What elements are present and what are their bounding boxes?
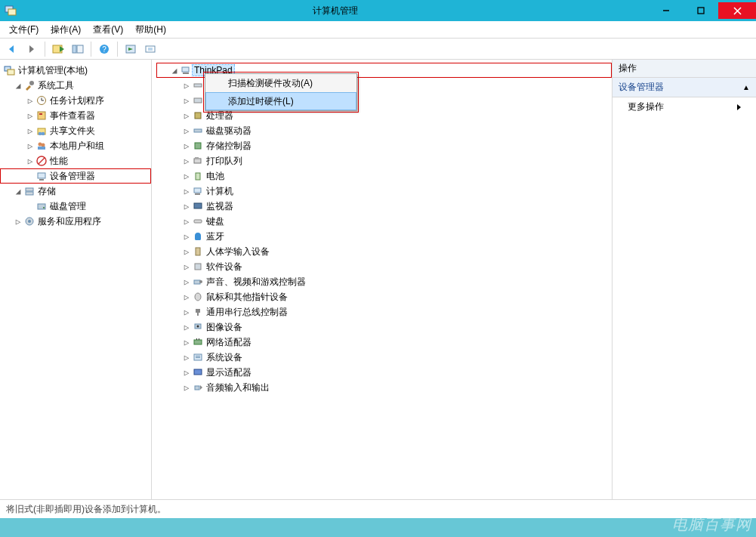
category-icon bbox=[191, 261, 205, 272]
tree-services-applications[interactable]: ▷ 服务和应用程序 bbox=[0, 214, 151, 229]
device-category-label: 电池 bbox=[205, 170, 226, 183]
expand-icon[interactable]: ▷ bbox=[182, 81, 191, 91]
device-category-node[interactable]: ▷人体学输入设备 bbox=[156, 244, 612, 259]
expand-icon[interactable]: ▷ bbox=[182, 353, 191, 363]
expand-icon[interactable]: ▷ bbox=[182, 156, 191, 166]
actions-section[interactable]: 设备管理器 ▲ bbox=[613, 78, 756, 97]
device-category-node[interactable]: ▷图像设备 bbox=[156, 319, 612, 335]
category-icon bbox=[191, 110, 205, 121]
device-category-node[interactable]: ▷鼠标和其他指针设备 bbox=[156, 289, 612, 304]
collapse-icon[interactable]: ◢ bbox=[14, 81, 23, 91]
expand-icon[interactable]: ▷ bbox=[182, 232, 191, 242]
device-category-node[interactable]: ▷网络适配器 bbox=[156, 335, 612, 350]
status-bar: 将旧式(非即插即用)设备添加到计算机。 bbox=[0, 499, 756, 518]
tree-label: 存储 bbox=[36, 185, 57, 198]
collapse-icon[interactable]: ◢ bbox=[14, 187, 23, 196]
device-category-node[interactable]: ▷声音、视频和游戏控制器 bbox=[156, 274, 612, 289]
expand-icon[interactable]: ▷ bbox=[182, 307, 191, 317]
tree-event-viewer[interactable]: ▷ 事件查看器 bbox=[0, 108, 151, 123]
forward-button[interactable] bbox=[23, 40, 41, 58]
tree-disk-management[interactable]: 磁盘管理 bbox=[0, 199, 151, 214]
expand-icon[interactable]: ▷ bbox=[182, 368, 191, 378]
collapse-icon[interactable]: ◢ bbox=[170, 66, 179, 76]
device-category-node[interactable]: ▷通用串行总线控制器 bbox=[156, 304, 612, 319]
device-category-node[interactable]: ▷监视器 bbox=[156, 199, 612, 214]
minimize-button[interactable] bbox=[649, 2, 683, 19]
expand-icon[interactable]: ▷ bbox=[14, 217, 23, 227]
expand-icon[interactable]: ▷ bbox=[26, 156, 35, 166]
expand-icon[interactable]: ▷ bbox=[182, 247, 191, 257]
svg-rect-63 bbox=[194, 340, 202, 344]
device-category-label: 存储控制器 bbox=[205, 140, 253, 153]
device-category-node[interactable]: ▷显示适配器 bbox=[156, 365, 612, 380]
category-icon bbox=[191, 216, 205, 227]
device-category-label: 监视器 bbox=[205, 200, 235, 213]
tree-root-computer-management[interactable]: 计算机管理(本地) bbox=[0, 63, 151, 78]
expand-icon[interactable]: ▷ bbox=[182, 171, 191, 181]
menu-file[interactable]: 文件(F) bbox=[5, 22, 46, 38]
tree-label: 服务和应用程序 bbox=[36, 215, 103, 228]
expand-icon[interactable]: ▷ bbox=[182, 292, 191, 302]
device-category-node[interactable]: ▷磁盘驱动器 bbox=[156, 123, 612, 138]
show-hide-tree-button[interactable] bbox=[49, 40, 67, 58]
device-category-node[interactable]: ▷蓝牙 bbox=[156, 229, 612, 244]
tree-local-users-groups[interactable]: ▷ 本地用户和组 bbox=[0, 138, 151, 153]
view-devices-by-type-button[interactable] bbox=[122, 40, 140, 58]
submenu-arrow-icon bbox=[737, 104, 741, 110]
expand-icon[interactable]: ▷ bbox=[182, 217, 191, 227]
menu-view[interactable]: 查看(V) bbox=[88, 22, 131, 38]
expand-icon[interactable]: ▷ bbox=[182, 96, 191, 106]
maximize-button[interactable] bbox=[683, 2, 718, 19]
properties-button[interactable] bbox=[69, 40, 87, 58]
expand-icon[interactable]: ▷ bbox=[26, 141, 35, 151]
expand-icon[interactable]: ▷ bbox=[182, 338, 191, 347]
actions-more[interactable]: 更多操作 bbox=[613, 97, 756, 116]
expand-icon[interactable]: ▷ bbox=[182, 383, 191, 393]
expand-icon[interactable]: ▷ bbox=[182, 187, 191, 196]
expand-icon[interactable]: ▷ bbox=[26, 96, 35, 106]
tree-shared-folders[interactable]: ▷ 共享文件夹 bbox=[0, 123, 151, 138]
tree-task-scheduler[interactable]: ▷ 任务计划程序 bbox=[0, 93, 151, 108]
menu-help[interactable]: 帮助(H) bbox=[131, 22, 174, 38]
device-category-node[interactable]: ▷打印队列 bbox=[156, 153, 612, 168]
tree-label: 系统工具 bbox=[36, 79, 76, 92]
ctx-add-legacy-hardware[interactable]: 添加过时硬件(L) bbox=[205, 92, 356, 110]
expand-icon[interactable]: ▷ bbox=[182, 111, 191, 121]
svg-rect-53 bbox=[195, 193, 200, 195]
expand-icon[interactable]: ▷ bbox=[182, 141, 191, 151]
tree-system-tools[interactable]: ◢ 系统工具 bbox=[0, 78, 151, 93]
expand-icon[interactable]: ▷ bbox=[26, 126, 35, 136]
back-button[interactable] bbox=[3, 40, 21, 58]
expand-icon[interactable]: ▷ bbox=[182, 262, 191, 272]
device-category-node[interactable]: ▷计算机 bbox=[156, 184, 612, 199]
expand-icon[interactable]: ▷ bbox=[182, 126, 191, 136]
tree-performance[interactable]: ▷ 性能 bbox=[0, 153, 151, 168]
device-category-node[interactable]: ▷键盘 bbox=[156, 214, 612, 229]
svg-line-33 bbox=[39, 158, 45, 164]
category-icon bbox=[191, 382, 205, 393]
expand-icon[interactable]: ▷ bbox=[26, 111, 35, 121]
device-category-node[interactable]: ▷软件设备 bbox=[156, 259, 612, 274]
status-text: 将旧式(非即插即用)设备添加到计算机。 bbox=[6, 503, 166, 516]
device-category-node[interactable]: ▷音频输入和输出 bbox=[156, 380, 612, 395]
device-category-node[interactable]: ▷电池 bbox=[156, 168, 612, 184]
title-bar: 计算机管理 bbox=[0, 0, 756, 21]
device-category-label: 计算机 bbox=[205, 185, 235, 198]
menu-action[interactable]: 操作(A) bbox=[46, 22, 88, 38]
expand-icon[interactable]: ▷ bbox=[182, 202, 191, 211]
device-category-label: 图像设备 bbox=[205, 321, 244, 334]
expand-icon[interactable]: ▷ bbox=[182, 323, 191, 332]
device-category-node[interactable]: ▷系统设备 bbox=[156, 350, 612, 365]
tree-device-manager[interactable]: 设备管理器 bbox=[0, 168, 151, 184]
device-category-label: 声音、视频和游戏控制器 bbox=[205, 276, 307, 289]
view-devices-by-connection-button[interactable] bbox=[141, 40, 159, 58]
device-category-node[interactable]: ▷存储控制器 bbox=[156, 138, 612, 153]
services-icon bbox=[23, 216, 36, 227]
tree-storage[interactable]: ◢ 存储 bbox=[0, 184, 151, 199]
svg-rect-54 bbox=[194, 203, 202, 208]
close-button[interactable] bbox=[718, 2, 756, 19]
ctx-scan-hardware-changes[interactable]: 扫描检测硬件改动(A) bbox=[205, 74, 356, 92]
expand-icon[interactable]: ▷ bbox=[182, 277, 191, 287]
help-button[interactable]: ? bbox=[95, 40, 113, 58]
svg-rect-45 bbox=[194, 98, 202, 103]
